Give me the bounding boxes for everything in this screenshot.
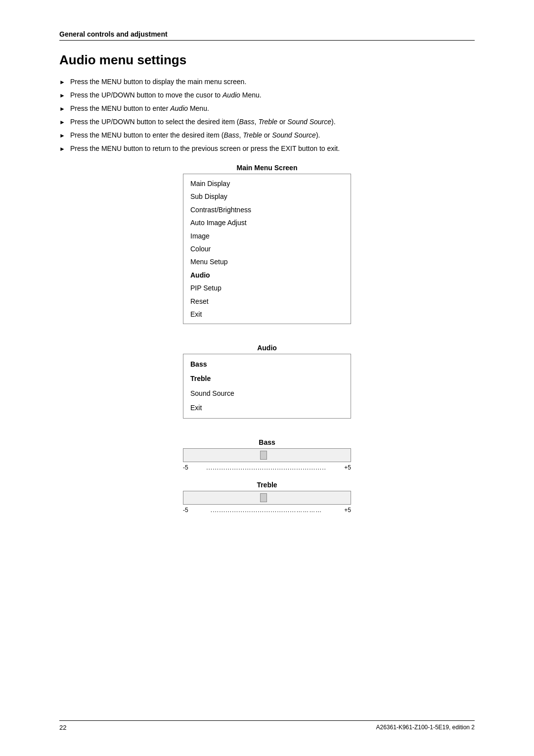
bullet-text: Press the MENU button to enter the desir… xyxy=(70,130,475,141)
page-number: 22 xyxy=(59,724,66,731)
bass-slider-thumb[interactable] xyxy=(260,451,267,460)
treble-slider-box[interactable] xyxy=(183,491,351,505)
list-item: ► Press the MENU button to return to the… xyxy=(59,143,475,154)
bass-scale-dots: ........................................… xyxy=(188,464,345,471)
bullet-arrow: ► xyxy=(59,104,65,113)
bullet-text: Press the MENU button to display the mai… xyxy=(70,77,475,87)
treble-slider-section: Treble -5 ..............................… xyxy=(183,481,351,514)
menu-item-contrast: Contrast/Brightness xyxy=(190,203,344,216)
menu-item-exit: Exit xyxy=(190,308,344,321)
audio-menu-item-exit: Exit xyxy=(190,401,344,415)
audio-menu-item-treble: Treble xyxy=(190,372,344,386)
bullet-text: Press the MENU button to enter Audio Men… xyxy=(70,103,475,114)
treble-min-label: -5 xyxy=(183,507,188,514)
treble-max-label: +5 xyxy=(344,507,351,514)
treble-slider-thumb[interactable] xyxy=(260,493,267,502)
bass-max-label: +5 xyxy=(344,464,351,471)
instructions-list: ► Press the MENU button to display the m… xyxy=(59,77,475,154)
bullet-arrow: ► xyxy=(59,91,65,100)
menu-item-colour: Colour xyxy=(190,242,344,255)
list-item: ► Press the UP/DOWN button to move the c… xyxy=(59,90,475,100)
menu-item-sub-display: Sub Display xyxy=(190,190,344,203)
list-item: ► Press the MENU button to display the m… xyxy=(59,77,475,87)
bass-slider-box[interactable] xyxy=(183,448,351,462)
bass-slider-section: Bass -5 ................................… xyxy=(183,438,351,471)
main-menu-section: Main Menu Screen Main Display Sub Displa… xyxy=(183,164,351,334)
main-menu-label: Main Menu Screen xyxy=(237,164,298,172)
main-menu-box: Main Display Sub Display Contrast/Bright… xyxy=(183,174,351,324)
audio-menu-box: Bass Treble Sound Source Exit xyxy=(183,354,351,419)
bullet-arrow: ► xyxy=(59,131,65,140)
list-item: ► Press the MENU button to enter Audio M… xyxy=(59,103,475,114)
treble-slider-label: Treble xyxy=(257,481,277,489)
menu-item-image: Image xyxy=(190,230,344,242)
audio-menu-label: Audio xyxy=(257,344,277,352)
treble-slider-scale: -5 .....................................… xyxy=(183,507,351,514)
bullet-text: Press the UP/DOWN button to move the cus… xyxy=(70,90,475,100)
audio-menu-item-sound-source: Sound Source xyxy=(190,386,344,401)
menu-item-main-display: Main Display xyxy=(190,177,344,190)
bullet-text: Press the UP/DOWN button to select the d… xyxy=(70,117,475,127)
page-title: Audio menu settings xyxy=(59,52,475,68)
list-item: ► Press the MENU button to enter the des… xyxy=(59,130,475,141)
bass-slider-scale: -5 .....................................… xyxy=(183,464,351,471)
menu-item-pip-setup: PIP Setup xyxy=(190,282,344,294)
list-item: ► Press the UP/DOWN button to select the… xyxy=(59,117,475,127)
menu-item-auto-image: Auto Image Adjust xyxy=(190,216,344,229)
bullet-arrow: ► xyxy=(59,144,65,153)
menu-item-reset: Reset xyxy=(190,295,344,308)
audio-menu-item-bass: Bass xyxy=(190,357,344,372)
bass-min-label: -5 xyxy=(183,464,188,471)
menu-item-audio: Audio xyxy=(190,269,344,282)
section-header-text: General controls and adjustment xyxy=(59,30,168,38)
bullet-text: Press the MENU button to return to the p… xyxy=(70,143,475,154)
footer: 22 A26361-K961-Z100-1-5E19, edition 2 xyxy=(59,720,475,731)
bass-slider-label: Bass xyxy=(259,438,275,446)
doc-reference: A26361-K961-Z100-1-5E19, edition 2 xyxy=(376,724,475,731)
audio-menu-section: Audio Bass Treble Sound Source Exit xyxy=(183,344,351,428)
menus-area: Main Menu Screen Main Display Sub Displa… xyxy=(59,164,475,523)
treble-scale-dots: ........................................… xyxy=(188,507,345,514)
menu-item-menu-setup: Menu Setup xyxy=(190,255,344,268)
section-header: General controls and adjustment xyxy=(59,30,475,41)
bullet-arrow: ► xyxy=(59,118,65,127)
bullet-arrow: ► xyxy=(59,78,65,87)
